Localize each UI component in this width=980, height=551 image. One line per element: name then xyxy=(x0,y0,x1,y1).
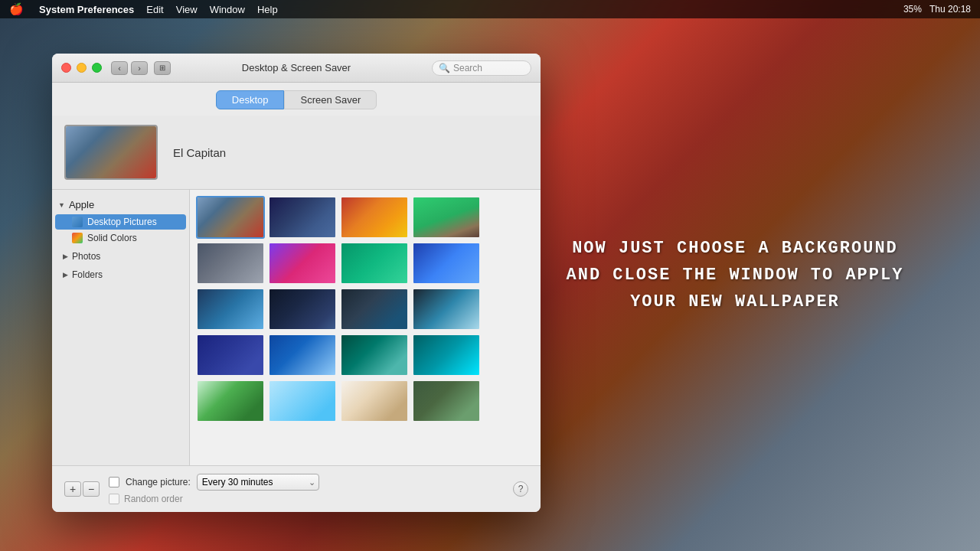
wallpaper-thumb-19[interactable] xyxy=(340,380,409,422)
bottom-right-options: Change picture: Every 5 secondsEvery min… xyxy=(109,474,319,504)
grid-view-button[interactable]: ⊞ xyxy=(154,61,171,75)
grid-row-1 xyxy=(196,196,534,239)
wallpaper-thumb-8[interactable] xyxy=(412,242,481,285)
thumb-image-5 xyxy=(198,243,263,283)
thumb-image-14 xyxy=(270,335,335,375)
wallpaper-thumb-4[interactable] xyxy=(412,196,481,239)
bottom-bar: + − Change picture: Every 5 secondsEvery… xyxy=(52,465,541,512)
add-button[interactable]: + xyxy=(64,481,81,497)
change-picture-checkbox[interactable] xyxy=(109,477,119,487)
add-remove-buttons: + − xyxy=(64,481,100,497)
wallpaper-thumb-17[interactable] xyxy=(196,380,265,422)
remove-button[interactable]: − xyxy=(83,481,100,497)
menubar-time: Thu 20:18 xyxy=(929,4,971,15)
preview-image xyxy=(66,126,156,178)
wallpaper-thumb-20[interactable] xyxy=(412,380,481,422)
search-placeholder: Search xyxy=(453,63,482,73)
search-bar[interactable]: 🔍 Search xyxy=(432,60,531,76)
tabbar: Desktop Screen Saver xyxy=(52,83,541,116)
menubar-help[interactable]: Help xyxy=(257,4,278,15)
thumb-image-15 xyxy=(341,335,407,375)
menubar-window[interactable]: Window xyxy=(210,4,245,15)
wallpaper-thumb-3[interactable] xyxy=(340,196,409,239)
thumb-image-3 xyxy=(341,197,407,237)
thumb-image-13 xyxy=(198,335,263,375)
change-picture-dropdown[interactable]: Every 5 secondsEvery minuteEvery 5 minut… xyxy=(197,474,319,491)
thumb-image-19 xyxy=(341,381,407,421)
forward-button[interactable]: › xyxy=(131,61,148,75)
wallpaper-thumb-13[interactable] xyxy=(196,334,265,377)
random-order-checkbox[interactable] xyxy=(109,494,119,504)
wallpaper-thumb-16[interactable] xyxy=(412,334,481,377)
menubar-app-name[interactable]: System Preferences xyxy=(39,4,134,15)
change-picture-row: Change picture: Every 5 secondsEvery min… xyxy=(109,474,319,491)
wallpaper-overlay-text: NOW JUST CHOOSE A BACKGROUNDAND CLOSE TH… xyxy=(551,235,919,316)
window-title: Desktop & Screen Saver xyxy=(242,62,351,73)
photos-triangle-icon: ▶ xyxy=(63,253,68,260)
wallpaper-thumb-14[interactable] xyxy=(268,334,337,377)
thumb-image-6 xyxy=(270,243,335,283)
tab-desktop[interactable]: Desktop xyxy=(216,90,285,109)
help-button[interactable]: ? xyxy=(513,481,528,497)
sidebar-section-photos: ▶ Photos xyxy=(52,249,189,264)
sidebar-item-photos[interactable]: ▶ Photos xyxy=(52,249,189,264)
thumb-image-12 xyxy=(413,289,479,329)
search-icon: 🔍 xyxy=(439,63,450,73)
sidebar-group-apple: ▼ Apple Desktop Pictures Solid Colors xyxy=(52,196,189,246)
nav-buttons: ‹ › xyxy=(111,61,148,75)
sidebar-folders-label: Folders xyxy=(72,269,103,280)
wallpaper-thumb-11[interactable] xyxy=(340,288,409,331)
wallpaper-thumb-6[interactable] xyxy=(268,242,337,285)
wallpaper-thumb-5[interactable] xyxy=(196,242,265,285)
sidebar: ▼ Apple Desktop Pictures Solid Colors ▶ … xyxy=(52,190,190,465)
thumb-image-4 xyxy=(413,197,479,237)
preview-thumbnail xyxy=(64,125,158,180)
sidebar-item-desktop-pictures[interactable]: Desktop Pictures xyxy=(55,214,186,230)
wallpaper-thumb-1[interactable] xyxy=(196,196,265,239)
change-picture-label: Change picture: xyxy=(126,477,191,487)
wallpaper-thumb-12[interactable] xyxy=(412,288,481,331)
sidebar-group-apple-header[interactable]: ▼ Apple xyxy=(52,196,189,214)
sidebar-desktop-pictures-label: Desktop Pictures xyxy=(87,217,157,227)
random-order-label: Random order xyxy=(124,494,183,504)
wallpaper-thumb-18[interactable] xyxy=(268,380,337,422)
random-order-row: Random order xyxy=(109,494,319,504)
sidebar-photos-label: Photos xyxy=(72,251,100,262)
grid-row-2 xyxy=(196,242,534,285)
wallpaper-thumb-9[interactable] xyxy=(196,288,265,331)
back-button[interactable]: ‹ xyxy=(111,61,128,75)
change-picture-dropdown-wrapper: Every 5 secondsEvery minuteEvery 5 minut… xyxy=(197,474,319,491)
grid-row-4 xyxy=(196,334,534,377)
apple-menu-icon[interactable]: 🍎 xyxy=(9,2,24,16)
wallpaper-thumb-10[interactable] xyxy=(268,288,337,331)
titlebar: ‹ › ⊞ Desktop & Screen Saver 🔍 Search xyxy=(52,54,541,83)
close-button[interactable] xyxy=(61,63,71,73)
folders-triangle-icon: ▶ xyxy=(63,271,68,279)
sidebar-item-folders[interactable]: ▶ Folders xyxy=(52,267,189,282)
thumb-image-17 xyxy=(198,381,263,421)
menubar: 🍎 System Preferences Edit View Window He… xyxy=(0,0,980,18)
menubar-edit[interactable]: Edit xyxy=(146,4,163,15)
thumb-image-11 xyxy=(341,289,407,329)
thumb-image-18 xyxy=(270,381,335,421)
thumb-image-10 xyxy=(270,289,335,329)
sidebar-section-folders: ▶ Folders xyxy=(52,267,189,282)
minimize-button[interactable] xyxy=(77,63,87,73)
wallpaper-grid[interactable] xyxy=(190,190,541,465)
thumb-image-16 xyxy=(413,335,479,375)
sidebar-item-solid-colors[interactable]: Solid Colors xyxy=(55,230,186,246)
menubar-view[interactable]: View xyxy=(176,4,198,15)
thumb-image-1 xyxy=(198,197,263,237)
triangle-icon: ▼ xyxy=(58,201,65,209)
thumb-image-8 xyxy=(413,243,479,283)
maximize-button[interactable] xyxy=(92,63,102,73)
menubar-right: 35% Thu 20:18 xyxy=(903,4,971,15)
wallpaper-thumb-2[interactable] xyxy=(268,196,337,239)
tab-screensaver[interactable]: Screen Saver xyxy=(284,90,377,109)
wallpaper-thumb-15[interactable] xyxy=(340,334,409,377)
grid-row-5 xyxy=(196,380,534,422)
solid-colors-icon xyxy=(72,233,83,243)
sidebar-solid-colors-label: Solid Colors xyxy=(87,233,137,243)
preview-name: El Capitan xyxy=(173,146,226,159)
wallpaper-thumb-7[interactable] xyxy=(340,242,409,285)
